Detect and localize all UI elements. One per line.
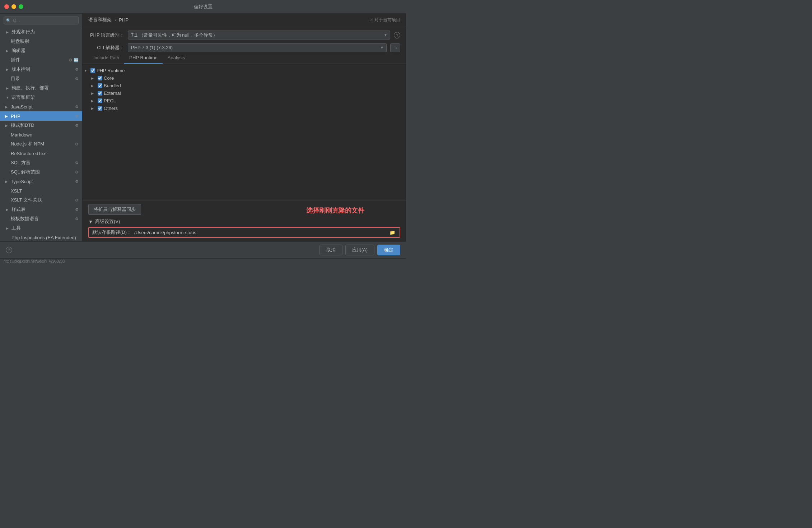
sync-button[interactable]: 将扩展与解释器同步 [88, 204, 141, 215]
sidebar-item-label: 构建、执行、部署 [11, 85, 49, 91]
apply-button[interactable]: 应用(A) [345, 245, 374, 255]
runtime-checkbox[interactable] [90, 68, 95, 73]
plugin-badge: ⚙ 🔤 [69, 58, 79, 62]
sidebar-item-template-lang[interactable]: 模板数据语言 ⚙ [0, 214, 82, 223]
sync-row: 将扩展与解释器同步 选择刚刚克隆的文件 [88, 204, 400, 215]
chevron-right-icon: ▶ [6, 49, 10, 53]
sidebar-item-lang[interactable]: ▼ 语言和框架 [0, 93, 82, 102]
bundled-checkbox[interactable] [98, 83, 102, 88]
tree-container: ▼ PHP Runtime ▶ Core ▶ Bundled ▶ [83, 64, 406, 200]
sidebar-item-label: 版本控制 [11, 66, 30, 73]
sidebar-item-stylesheet[interactable]: ▶ 样式表 ⚙ [0, 205, 82, 214]
search-box[interactable]: 🔍 [4, 17, 79, 24]
tab-php-runtime[interactable]: PHP Runtime [124, 52, 163, 64]
chevron-right-icon: ▶ [6, 208, 10, 212]
content-area: 语言和框架 › PHP ☑ 对于当前项目 PHP 语言级别： 7.1 （常量可见… [83, 14, 406, 241]
minimize-button[interactable] [11, 4, 16, 9]
chevron-right-icon: ▶ [6, 68, 10, 71]
help-icon[interactable]: ? [394, 32, 400, 38]
sidebar-item-mode-dtd[interactable]: ▶ 模式和DTD ⚙ [0, 121, 82, 130]
sidebar-item-label: 模板数据语言 [11, 216, 39, 222]
advanced-label: 高级设置(V) [95, 218, 120, 225]
dtd-badge: ⚙ [75, 123, 79, 128]
sidebar-item-label: ReStructuredText [11, 151, 47, 156]
cli-select[interactable]: PHP 7.3 (1) (7.3.26) [128, 43, 387, 52]
sidebar-item-label: SQL 方言 [11, 159, 31, 166]
others-checkbox[interactable] [98, 106, 102, 111]
project-link[interactable]: ☑ 对于当前项目 [369, 17, 400, 23]
sidebar-item-dir[interactable]: 目录 ⚙ [0, 74, 82, 83]
sidebar-item-rst[interactable]: ReStructuredText [0, 149, 82, 158]
sidebar-item-label: 样式表 [11, 206, 25, 213]
template-badge: ⚙ [75, 217, 79, 221]
breadcrumb-part2: PHP [119, 17, 129, 23]
form-section: PHP 语言级别： 7.1 （常量可见性，可为 null，多个异常） ▼ ? C… [83, 26, 406, 52]
path-field-row: 默认存根路径(D)： 📁 [88, 227, 400, 238]
sidebar-item-editor[interactable]: ▶ 编辑器 [0, 46, 82, 55]
chevron-right-icon: ▶ [91, 84, 96, 88]
search-input[interactable] [13, 18, 76, 23]
close-button[interactable] [4, 4, 9, 9]
maximize-button[interactable] [19, 4, 23, 9]
sidebar-item-label: XSLT [11, 188, 22, 194]
status-bar: https://blog.csdn.net/weixin_42963238 [0, 258, 406, 264]
tree-node-external[interactable]: ▶ External [91, 89, 405, 97]
tree-label-bundled: Bundled [104, 83, 121, 88]
external-checkbox[interactable] [98, 91, 102, 96]
sidebar-item-xslt[interactable]: XSLT [0, 186, 82, 195]
php-level-label: PHP 语言级别： [88, 32, 124, 38]
sidebar-item-build[interactable]: ▶ 构建、执行、部署 [0, 83, 82, 93]
tree-node-others[interactable]: ▶ Others [91, 105, 405, 112]
path-browse-button[interactable]: 📁 [388, 230, 397, 235]
cli-more-button[interactable]: ··· [390, 43, 400, 52]
sidebar-item-label: 语言和框架 [11, 94, 35, 101]
pecl-checkbox[interactable] [98, 98, 102, 103]
php-level-select[interactable]: 7.1 （常量可见性，可为 null，多个异常） [128, 31, 390, 40]
tab-include-path[interactable]: Include Path [88, 52, 124, 64]
sidebar-item-label: PHP [11, 114, 20, 119]
sidebar-item-nodejs[interactable]: Node.js 和 NPM ⚙ [0, 139, 82, 149]
sidebar-item-markdown[interactable]: Markdown [0, 130, 82, 139]
chevron-down-icon: ▼ [88, 219, 93, 224]
advanced-header[interactable]: ▼ 高级设置(V) [88, 218, 400, 225]
sidebar-item-tools[interactable]: ▶ 工具 [0, 223, 82, 233]
sidebar-item-label: 插件 [11, 57, 20, 63]
footer-left: ? [6, 247, 317, 253]
main-layout: 🔍 ▶ 外观和行为 键盘映射 ▶ 编辑器 [0, 14, 406, 241]
sql-resolve-badge: ⚙ [75, 170, 79, 175]
core-checkbox[interactable] [98, 76, 102, 80]
tree-label-runtime: PHP Runtime [97, 68, 125, 73]
title-bar: 偏好设置 [0, 0, 406, 14]
sidebar-item-vcs[interactable]: ▶ 版本控制 ⚙ [0, 65, 82, 74]
sidebar-item-sql-dialect[interactable]: SQL 方言 ⚙ [0, 158, 82, 167]
js-badge: ⚙ [75, 105, 79, 109]
sidebar-item-plugins[interactable]: 插件 ⚙ 🔤 [0, 55, 82, 65]
tree-node-bundled[interactable]: ▶ Bundled [91, 82, 405, 89]
sidebar: 🔍 ▶ 外观和行为 键盘映射 ▶ 编辑器 [0, 14, 83, 241]
tree-node-core[interactable]: ▶ Core [91, 74, 405, 82]
tabs-bar: Include Path PHP Runtime Analysis [83, 52, 406, 64]
sidebar-item-appearance[interactable]: ▶ 外观和行为 [0, 27, 82, 37]
content-footer: 将扩展与解释器同步 选择刚刚克隆的文件 ▼ 高级设置(V) 默认存根路径(D)：… [83, 200, 406, 241]
dir-badge: ⚙ [75, 77, 79, 81]
sidebar-item-javascript[interactable]: ▶ JavaScript ⚙ [0, 102, 82, 111]
sidebar-item-sql-resolve[interactable]: SQL 解析范围 ⚙ [0, 167, 82, 177]
sidebar-list: ▶ 外观和行为 键盘映射 ▶ 编辑器 插件 [0, 27, 82, 241]
tree-node-pecl[interactable]: ▶ PECL [91, 97, 405, 105]
sidebar-item-keymap[interactable]: 键盘映射 [0, 37, 82, 46]
sidebar-item-typescript[interactable]: ▶ TypeScript ⚙ [0, 177, 82, 186]
path-input[interactable] [134, 230, 385, 235]
sidebar-item-xslt-link[interactable]: XSLT 文件关联 ⚙ [0, 195, 82, 205]
sidebar-item-label: Markdown [11, 132, 32, 138]
tab-analysis[interactable]: Analysis [163, 52, 190, 64]
php-badge: ⚙ [75, 114, 79, 119]
ok-button[interactable]: 确定 [377, 245, 400, 255]
sidebar-item-php-inspect[interactable]: Php Inspections (EA Extended) [0, 233, 82, 241]
footer-help-icon[interactable]: ? [6, 247, 12, 253]
nodejs-badge: ⚙ [75, 142, 79, 147]
tree-node-runtime[interactable]: ▼ PHP Runtime [84, 67, 405, 74]
tree-children: ▶ Core ▶ Bundled ▶ External ▶ PE [84, 74, 405, 112]
sidebar-item-php[interactable]: ▶ PHP ⚙ [0, 111, 82, 121]
traffic-lights [4, 4, 23, 9]
cancel-button[interactable]: 取消 [319, 245, 342, 255]
